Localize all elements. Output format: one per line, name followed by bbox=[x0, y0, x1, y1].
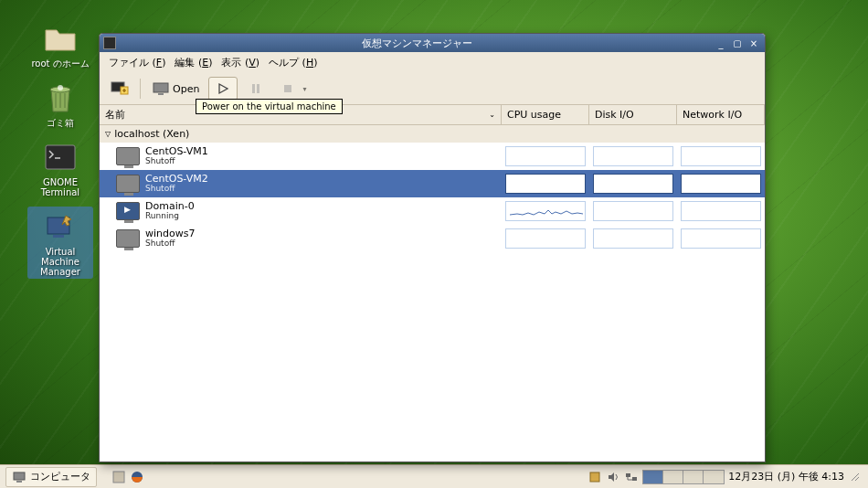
vmm-icon bbox=[42, 208, 79, 245]
svg-rect-4 bbox=[53, 235, 64, 238]
vm-row[interactable]: Domain-0Running bbox=[100, 197, 765, 225]
taskbar-computer-button[interactable]: コンピュータ bbox=[5, 467, 97, 487]
pause-button[interactable] bbox=[241, 77, 270, 101]
desktop: root のホームゴミ箱GNOME TerminalVirtual Machin… bbox=[0, 0, 868, 488]
monitor-new-icon bbox=[111, 80, 129, 97]
clock[interactable]: 12月23日 (月) 午後 4:13 bbox=[728, 470, 844, 483]
show-desktop-icon[interactable] bbox=[111, 470, 126, 484]
net-sparkline bbox=[681, 146, 761, 166]
close-button[interactable]: × bbox=[746, 37, 761, 49]
vm-state-icon bbox=[116, 229, 140, 248]
run-button[interactable] bbox=[208, 77, 238, 101]
desktop-icon-folder[interactable]: root のホーム bbox=[27, 18, 93, 70]
icon-label: root のホーム bbox=[31, 58, 89, 69]
col-disk[interactable]: Disk I/O bbox=[589, 105, 677, 124]
vm-row[interactable]: windows7Shutoff bbox=[100, 225, 765, 252]
vm-row[interactable]: CentOS-VM1Shutoff bbox=[100, 143, 765, 170]
vm-state: Shutoff bbox=[145, 185, 208, 194]
desktop-icon-terminal[interactable]: GNOME Terminal bbox=[27, 137, 93, 199]
workspace-4[interactable] bbox=[704, 471, 724, 483]
vm-state: Shutoff bbox=[145, 157, 208, 166]
svg-rect-11 bbox=[284, 85, 291, 92]
cpu-sparkline bbox=[505, 146, 586, 166]
icon-label: ゴミ箱 bbox=[47, 118, 74, 128]
host-row[interactable]: ▽ localhost (Xen) bbox=[100, 125, 765, 143]
icon-label: GNOME Terminal bbox=[29, 177, 91, 197]
run-tooltip: Power on the virtual machine bbox=[196, 99, 343, 114]
vm-table: 名前⌄ CPU usage Disk I/O Network I/O ▽ loc… bbox=[100, 105, 765, 461]
updates-icon[interactable] bbox=[587, 470, 602, 484]
window-title: 仮想マシンマネージャー bbox=[122, 37, 712, 50]
net-sparkline bbox=[681, 174, 761, 194]
disk-sparkline bbox=[593, 146, 673, 166]
workspace-1[interactable] bbox=[643, 471, 663, 483]
menu-file[interactable]: ファイル (F) bbox=[105, 54, 169, 71]
open-button[interactable]: Open bbox=[146, 77, 205, 101]
svg-rect-10 bbox=[257, 84, 259, 93]
svg-rect-9 bbox=[252, 84, 255, 93]
trash-icon bbox=[42, 80, 79, 116]
taskbar: コンピュータ bbox=[0, 464, 868, 488]
workspace-3[interactable] bbox=[683, 471, 704, 483]
disk-sparkline bbox=[593, 228, 673, 249]
menubar: ファイル (F) 編集 (E) 表示 (V) ヘルプ (H) bbox=[100, 52, 765, 73]
sort-indicator-icon: ⌄ bbox=[489, 111, 495, 119]
vm-state: Running bbox=[145, 212, 195, 221]
disk-sparkline bbox=[593, 201, 673, 221]
svg-rect-12 bbox=[14, 472, 25, 480]
svg-rect-7 bbox=[153, 83, 168, 92]
vm-state-icon bbox=[116, 202, 140, 220]
expand-icon: ▽ bbox=[105, 130, 111, 138]
host-label: localhost (Xen) bbox=[114, 128, 189, 140]
new-vm-button[interactable] bbox=[105, 77, 134, 101]
svg-rect-8 bbox=[158, 93, 164, 95]
power-icon bbox=[280, 80, 298, 97]
firefox-icon[interactable] bbox=[130, 470, 144, 484]
resize-grip-icon bbox=[848, 470, 863, 484]
toolbar: Open ▾ Power on the virtual machine bbox=[100, 73, 765, 105]
titlebar[interactable]: 仮想マシンマネージャー _ ▢ × bbox=[100, 34, 765, 52]
dropdown-caret-icon: ▾ bbox=[302, 85, 306, 93]
menu-edit[interactable]: 編集 (E) bbox=[171, 54, 216, 71]
network-icon[interactable] bbox=[624, 470, 639, 484]
vm-state-icon bbox=[116, 147, 140, 165]
menu-help[interactable]: ヘルプ (H) bbox=[265, 54, 321, 71]
vm-state-icon bbox=[116, 175, 140, 193]
desktop-icons: root のホームゴミ箱GNOME TerminalVirtual Machin… bbox=[27, 18, 93, 279]
col-net[interactable]: Network I/O bbox=[677, 105, 765, 124]
minimize-button[interactable]: _ bbox=[714, 37, 728, 49]
icon-label: Virtual Machine Manager bbox=[29, 247, 91, 277]
window-icon bbox=[103, 37, 116, 49]
net-sparkline bbox=[681, 201, 761, 221]
maximize-button[interactable]: ▢ bbox=[730, 37, 745, 49]
desktop-icon-vmm[interactable]: Virtual Machine Manager bbox=[27, 207, 93, 279]
folder-icon bbox=[42, 20, 79, 57]
svg-rect-17 bbox=[626, 473, 630, 477]
svg-rect-14 bbox=[113, 472, 124, 483]
monitor-icon bbox=[152, 80, 170, 97]
svg-rect-13 bbox=[16, 481, 22, 483]
disk-sparkline bbox=[593, 174, 673, 194]
vm-state: Shutoff bbox=[145, 239, 195, 249]
net-sparkline bbox=[681, 228, 761, 249]
terminal-icon bbox=[42, 139, 79, 175]
vm-row[interactable]: CentOS-VM2Shutoff bbox=[100, 170, 765, 197]
open-label: Open bbox=[173, 83, 199, 95]
cpu-sparkline bbox=[505, 201, 586, 221]
cpu-sparkline bbox=[505, 228, 586, 249]
svg-point-1 bbox=[58, 85, 63, 90]
desktop-icon-trash[interactable]: ゴミ箱 bbox=[27, 78, 93, 130]
pause-icon bbox=[247, 80, 265, 97]
workspace-switcher[interactable] bbox=[642, 470, 725, 484]
col-cpu[interactable]: CPU usage bbox=[502, 105, 589, 124]
play-icon bbox=[214, 80, 232, 97]
volume-icon[interactable] bbox=[606, 470, 620, 484]
computer-icon bbox=[12, 470, 26, 484]
shutdown-button[interactable]: ▾ bbox=[274, 77, 312, 101]
svg-rect-16 bbox=[590, 472, 599, 482]
workspace-2[interactable] bbox=[663, 471, 683, 483]
cpu-sparkline bbox=[505, 174, 586, 194]
table-body: ▽ localhost (Xen) CentOS-VM1ShutoffCentO… bbox=[100, 125, 765, 461]
menu-view[interactable]: 表示 (V) bbox=[217, 54, 263, 71]
vmm-window: 仮想マシンマネージャー _ ▢ × ファイル (F) 編集 (E) 表示 (V)… bbox=[99, 33, 766, 462]
